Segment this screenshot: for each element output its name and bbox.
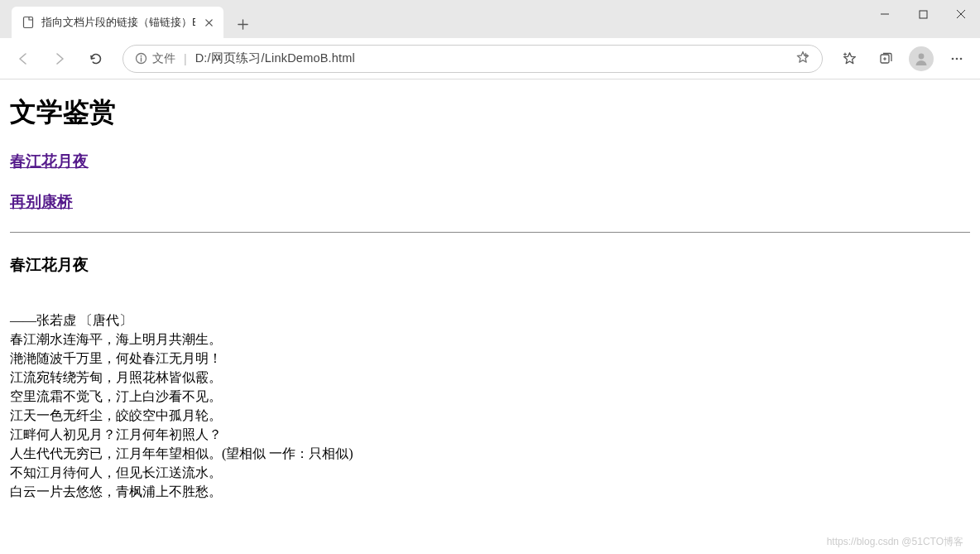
collections-button[interactable] <box>869 44 902 74</box>
poem-line: 不知江月待何人，但见长江送流水。 <box>10 463 970 482</box>
poem-line: 人生代代无穷已，江月年年望相似。(望相似 一作：只相似) <box>10 444 970 463</box>
maximize-button[interactable] <box>904 0 942 28</box>
svg-point-5 <box>919 53 925 59</box>
toolbar: 文件 | D:/网页练习/LinkDemoB.html <box>0 38 980 79</box>
close-window-button[interactable] <box>942 0 980 28</box>
site-info-icon[interactable]: 文件 <box>135 51 175 66</box>
svg-point-8 <box>960 57 963 60</box>
window-controls <box>866 0 980 28</box>
svg-rect-0 <box>24 17 33 28</box>
poem-line: ——张若虚 〔唐代〕 <box>10 311 970 330</box>
favorite-icon[interactable] <box>795 50 810 67</box>
addr-divider: | <box>184 52 187 65</box>
anchor-link-2[interactable]: 再别康桥 <box>10 191 970 212</box>
content-wrapper: 文学鉴赏 春江花月夜 再别康桥 春江花月夜 ——张若虚 〔唐代〕 春江潮水连海平… <box>0 79 980 554</box>
poem-line: 白云一片去悠悠，青枫浦上不胜愁。 <box>10 482 970 501</box>
poem-line: 江流宛转绕芳甸，月照花林皆似霰。 <box>10 368 970 387</box>
poem-line: 江畔何人初见月？江月何年初照人？ <box>10 425 970 444</box>
poem-line: 春江潮水连海平，海上明月共潮生。 <box>10 330 970 349</box>
minimize-button[interactable] <box>866 0 904 28</box>
addr-path: D:/网页练习/LinkDemoB.html <box>195 51 355 66</box>
svg-point-6 <box>952 57 954 60</box>
browser-tab[interactable]: 指向文档片段的链接（锚链接）E <box>12 7 223 38</box>
back-button[interactable] <box>7 44 40 74</box>
forward-button[interactable] <box>43 44 76 74</box>
refresh-button[interactable] <box>79 44 113 74</box>
svg-point-3 <box>141 55 142 57</box>
page-icon <box>22 16 35 29</box>
page-content[interactable]: 文学鉴赏 春江花月夜 再别康桥 春江花月夜 ——张若虚 〔唐代〕 春江潮水连海平… <box>0 79 980 554</box>
poem-line: 江天一色无纤尘，皎皎空中孤月轮。 <box>10 406 970 425</box>
section-title: 春江花月夜 <box>10 254 970 276</box>
address-bar[interactable]: 文件 | D:/网页练习/LinkDemoB.html <box>122 45 823 73</box>
page-title: 文学鉴赏 <box>10 94 970 131</box>
svg-rect-1 <box>920 11 927 18</box>
addr-prefix: 文件 <box>152 51 175 66</box>
titlebar: 指向文档片段的链接（锚链接）E <box>0 0 980 38</box>
tab-title: 指向文档片段的链接（锚链接）E <box>41 16 195 30</box>
tab-strip: 指向文档片段的链接（锚链接）E <box>0 0 257 38</box>
more-button[interactable] <box>940 44 973 74</box>
tab-close-icon[interactable] <box>202 16 215 29</box>
profile-avatar[interactable] <box>909 46 934 71</box>
divider <box>10 232 970 233</box>
favorites-button[interactable] <box>833 44 866 74</box>
poem-line: 滟滟随波千万里，何处春江无月明！ <box>10 349 970 368</box>
new-tab-button[interactable] <box>228 10 257 38</box>
poem-line: 空里流霜不觉飞，汀上白沙看不见。 <box>10 387 970 406</box>
svg-point-7 <box>956 57 958 60</box>
anchor-link-1[interactable]: 春江花月夜 <box>10 151 970 171</box>
